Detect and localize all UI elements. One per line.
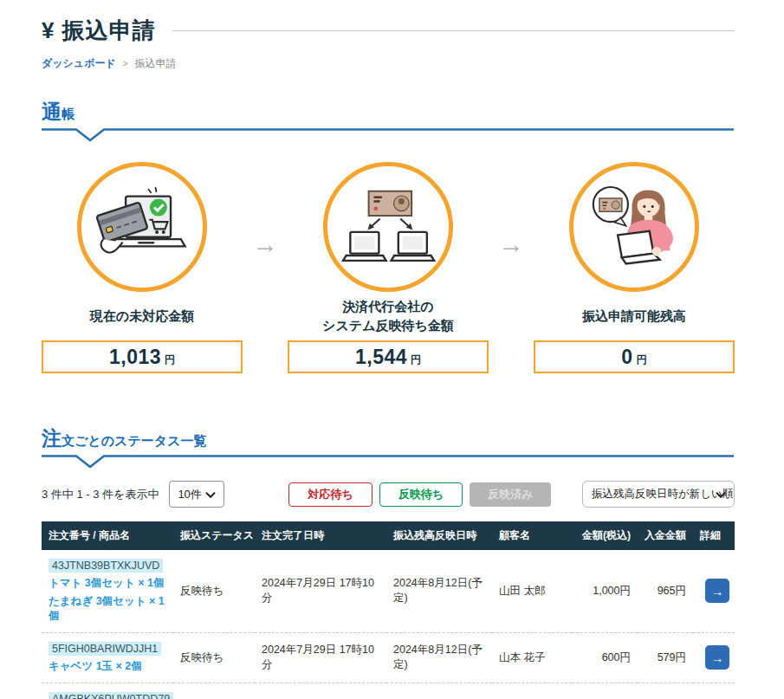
pending-amount-box: 1,544 円 <box>288 340 489 373</box>
orders-table: 注文番号 / 商品名 振込ステータス 注文完了日時 振込残高反映日時 顧客名 金… <box>42 521 735 699</box>
detail-arrow-button[interactable]: → <box>705 645 729 670</box>
flow-label-line: システム反映待ち金額 <box>322 316 454 335</box>
deposit-cell: 965円 <box>638 550 693 632</box>
flow-arrow-icon: → <box>498 231 524 257</box>
status-cell: 対応待ち <box>173 683 255 699</box>
header-detail: 詳細 <box>693 521 735 550</box>
deposit-cell: 579円 <box>638 632 693 683</box>
reflected-at-cell: 2024年8月12日(予定) <box>386 550 492 632</box>
filter-button-awaiting-handling[interactable]: 対応待ち <box>288 482 372 507</box>
order-product-cell: 43JTNB39BTXKJUVD トマト 3個セット × 1個 たまねぎ 3個セ… <box>42 550 173 632</box>
header-amount: 金額(税込) <box>572 521 638 550</box>
breadcrumb: ダッシュボード > 振込申請 <box>42 56 735 71</box>
detail-cell: → <box>693 632 735 683</box>
header-deposit: 入金金額 <box>638 521 693 550</box>
breadcrumb-current: 振込申請 <box>135 56 177 71</box>
passbook-heading-small: 帳 <box>62 107 75 121</box>
passbook-flow-row: 現在の未対応金額 1,013 円 → <box>42 162 735 373</box>
customer-cell: 高橋 隆 <box>492 683 572 699</box>
page-title-text: 振込申請 <box>62 17 155 43</box>
amount-cell: 1,000円 <box>572 550 638 632</box>
status-filter-buttons: 対応待ち 反映待ち 反映済み <box>288 482 551 507</box>
filter-button-awaiting-reflection[interactable]: 反映待ち <box>379 482 463 507</box>
page-size-value: 10件 <box>178 487 201 502</box>
amount-value: 1,544 <box>355 346 407 369</box>
card-two-laptops-illustration <box>337 176 439 278</box>
table-row: 5FIGH0BARIWDJJH1 キャベツ 1玉 × 2個 反映待ち 2024年… <box>42 632 735 683</box>
orders-heading-big: 注 <box>42 427 62 450</box>
flow-card-available-balance: 振込申請可能残高 0 円 <box>534 162 735 373</box>
sort-order-select[interactable]: 振込残高反映日時が新しい順 <box>582 481 735 508</box>
order-number[interactable]: AMGBKX6PUW0TDD79 <box>49 692 173 699</box>
completed-at-cell: 2024年7月29日 17時10分 <box>255 632 386 683</box>
table-row: AMGBKX6PUW0TDD79 きゅうり 4本セット × 3個 対応待ち - … <box>42 683 735 699</box>
chevron-down-icon <box>716 491 726 498</box>
filter-row: 3 件中 1 - 3 件を表示中 10件 対応待ち 反映待ち 反映済み 振込残高… <box>42 481 735 508</box>
reflected-at-cell: 2024年8月12日(予定) <box>386 632 492 683</box>
page-header: ¥振込申請 <box>42 0 735 46</box>
passbook-section: 通帳 <box>42 102 735 373</box>
amount-value: 0 <box>621 346 632 369</box>
reflected-at-cell: - <box>386 683 492 699</box>
page-size-select[interactable]: 10件 <box>169 481 224 508</box>
credit-card-laptop-icon <box>77 162 207 292</box>
passbook-heading-big: 通 <box>42 100 62 123</box>
product-link[interactable]: トマト 3個セット × 1個 <box>49 576 166 591</box>
credit-card-laptop-illustration <box>91 176 193 278</box>
customer-cell: 山本 花子 <box>492 632 572 683</box>
flow-card-label: 決済代行会社の システム反映待ち金額 <box>322 292 454 340</box>
amount-value: 1,013 <box>109 346 161 369</box>
section-underline-chevron <box>42 128 735 143</box>
order-product-cell: AMGBKX6PUW0TDD79 きゅうり 4本セット × 3個 <box>42 683 173 699</box>
status-cell: 反映待ち <box>173 632 255 683</box>
completed-at-cell: 2024年7月29日 17時10分 <box>255 550 386 632</box>
flow-card-label: 振込申請可能残高 <box>582 292 686 340</box>
amount-unit: 円 <box>411 353 421 367</box>
header-completed-at: 注文完了日時 <box>255 521 386 550</box>
sort-order-value: 振込残高反映日時が新しい順 <box>592 487 733 502</box>
flow-card-pending-reflection: 決済代行会社の システム反映待ち金額 1,544 円 <box>288 162 489 373</box>
order-product-cell: 5FIGH0BARIWDJJH1 キャベツ 1玉 × 2個 <box>42 632 173 683</box>
amount-unit: 円 <box>637 353 647 367</box>
header-customer: 顧客名 <box>492 521 572 550</box>
detail-arrow-button[interactable]: → <box>705 579 729 603</box>
product-link[interactable]: たまねぎ 3個セット × 1個 <box>49 594 166 624</box>
amount-unit: 円 <box>165 353 175 367</box>
filter-button-reflected[interactable]: 反映済み <box>470 482 551 507</box>
orders-heading: 注文ごとのステータス一覧 <box>42 429 735 449</box>
completed-at-cell: - <box>255 683 386 699</box>
amount-cell: 1,050円 <box>572 683 638 699</box>
flow-label-line: 決済代行会社の <box>342 297 433 316</box>
chevron-down-icon <box>205 491 216 498</box>
woman-laptop-icon <box>569 162 699 292</box>
result-count-text: 3 件中 1 - 3 件を表示中 <box>42 487 159 502</box>
header-transfer-status: 振込ステータス <box>173 521 255 550</box>
status-cell: 反映待ち <box>173 550 255 632</box>
flow-label-line: 現在の未対応金額 <box>90 307 194 326</box>
breadcrumb-separator: > <box>123 59 128 68</box>
detail-cell: → <box>693 683 735 699</box>
orders-heading-small: 文ごとのステータス一覧 <box>62 433 206 448</box>
product-link[interactable]: キャベツ 1玉 × 2個 <box>49 659 166 674</box>
order-number[interactable]: 43JTNB39BTXKJUVD <box>49 559 163 573</box>
page-title: ¥振込申請 <box>42 16 155 46</box>
flow-arrow-icon: → <box>252 231 278 257</box>
section-underline-chevron <box>42 455 735 469</box>
flow-card-label: 現在の未対応金額 <box>90 292 194 340</box>
flow-label-line: 振込申請可能残高 <box>582 307 686 326</box>
title-divider <box>172 30 735 31</box>
card-two-laptops-icon <box>323 162 453 292</box>
deposit-cell: 1,013円 <box>638 683 693 699</box>
order-number[interactable]: 5FIGH0BARIWDJJH1 <box>49 642 161 656</box>
available-amount-box: 0 円 <box>534 340 735 373</box>
orders-section: 注文ごとのステータス一覧 3 件中 1 - 3 件を表示中 10件 対応待ち 反… <box>42 429 735 699</box>
detail-cell: → <box>693 550 735 632</box>
unhandled-amount-box: 1,013 円 <box>42 340 243 373</box>
flow-card-unhandled-amount: 現在の未対応金額 1,013 円 <box>42 162 243 373</box>
breadcrumb-dashboard-link[interactable]: ダッシュボード <box>42 56 116 71</box>
yen-icon: ¥ <box>42 17 55 43</box>
customer-cell: 山田 太郎 <box>492 550 572 632</box>
table-row: 43JTNB39BTXKJUVD トマト 3個セット × 1個 たまねぎ 3個セ… <box>42 550 735 632</box>
passbook-heading: 通帳 <box>42 102 735 122</box>
amount-cell: 600円 <box>572 632 638 683</box>
